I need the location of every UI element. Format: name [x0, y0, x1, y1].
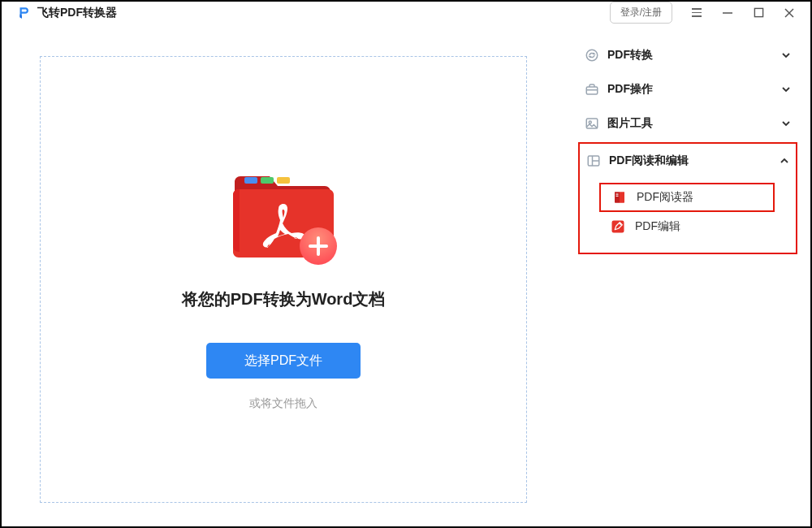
toolbox-icon: [585, 82, 599, 97]
submenu-pdf-edit[interactable]: PDF编辑: [599, 212, 796, 241]
submenu-label: PDF阅读器: [637, 190, 693, 205]
main-heading: 将您的PDF转换为Word文档: [182, 288, 386, 310]
title-right: 登录/注册: [610, 2, 796, 24]
svg-rect-1: [754, 8, 762, 16]
menu-pdf-read-edit[interactable]: PDF阅读和编辑: [580, 144, 796, 178]
chevron-up-icon: [780, 156, 789, 166]
chevron-down-icon: [781, 84, 791, 94]
chevron-down-icon: [781, 50, 791, 60]
title-left: 飞转PDF转换器: [16, 5, 117, 21]
submenu-pdf-reader[interactable]: PDF阅读器: [599, 183, 775, 212]
submenu: PDF阅读器 PDF编辑: [580, 183, 796, 241]
svg-rect-4: [244, 177, 257, 184]
svg-rect-18: [616, 196, 619, 197]
dropzone[interactable]: 将您的PDF转换为Word文档 选择PDF文件 或将文件拖入: [40, 56, 527, 503]
image-icon: [585, 116, 599, 131]
submenu-label: PDF编辑: [635, 219, 680, 234]
main-panel: 将您的PDF转换为Word文档 选择PDF文件 或将文件拖入: [2, 24, 565, 528]
svg-rect-17: [616, 194, 619, 195]
menu-label: PDF转换: [607, 48, 653, 63]
menu-label: PDF操作: [607, 82, 653, 97]
menu-icon[interactable]: [690, 6, 703, 19]
app-logo-icon: [16, 5, 31, 21]
menu-image-tools[interactable]: 图片工具: [578, 106, 797, 141]
maximize-icon[interactable]: [752, 6, 765, 19]
svg-rect-6: [277, 177, 290, 184]
close-icon[interactable]: [783, 6, 796, 19]
book-icon: [612, 190, 627, 205]
drag-hint: 或将文件拖入: [249, 396, 317, 411]
titlebar: 飞转PDF转换器 登录/注册: [2, 2, 810, 24]
convert-icon: [585, 48, 599, 63]
menu-label: PDF阅读和编辑: [609, 154, 689, 168]
app-title: 飞转PDF转换器: [37, 6, 117, 20]
pdf-folder-icon: [227, 162, 340, 268]
svg-rect-5: [261, 177, 274, 184]
minimize-icon[interactable]: [721, 6, 734, 19]
login-register-button[interactable]: 登录/注册: [610, 2, 672, 24]
chevron-down-icon: [781, 119, 791, 128]
sidebar: PDF转换 PDF操作 图片工具 PDF阅读和编辑: [565, 24, 810, 528]
edit-icon: [611, 219, 625, 234]
menu-pdf-convert[interactable]: PDF转换: [578, 38, 797, 72]
svg-point-10: [586, 50, 598, 61]
svg-point-13: [589, 121, 591, 123]
menu-label: 图片工具: [607, 116, 653, 131]
body-area: 将您的PDF转换为Word文档 选择PDF文件 或将文件拖入 PDF转换 PDF…: [2, 24, 810, 528]
menu-pdf-operate[interactable]: PDF操作: [578, 72, 797, 106]
layout-icon: [586, 154, 601, 168]
svg-rect-19: [612, 221, 624, 233]
choose-file-button[interactable]: 选择PDF文件: [206, 343, 361, 379]
highlighted-group: PDF阅读和编辑 PDF阅读器 PDF编辑: [578, 142, 797, 254]
